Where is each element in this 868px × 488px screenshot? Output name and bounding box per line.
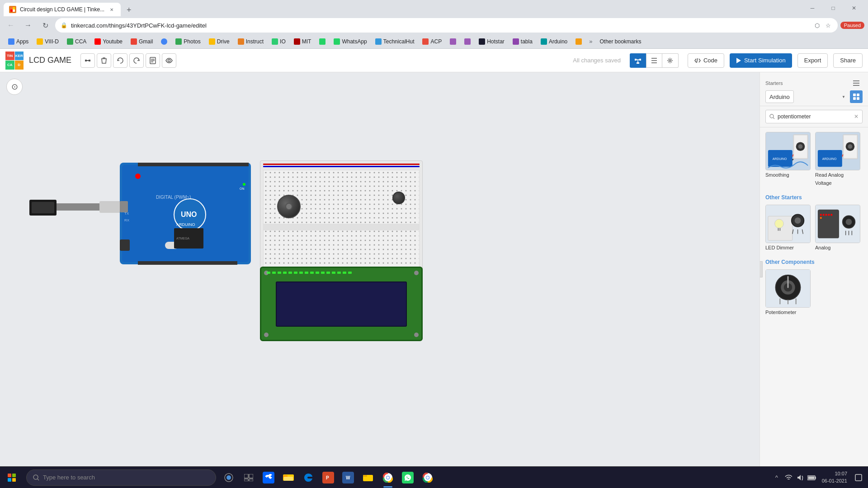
close-button[interactable]: ✕ [844,0,864,16]
canvas-area[interactable]: ⊙ [0,72,760,466]
list-view-btn[interactable] [646,53,662,68]
taskbar-search[interactable]: Type here to search [26,469,216,486]
tb-dropbox[interactable] [259,467,278,488]
tb-fileexplorer[interactable] [358,467,378,488]
tb-whatsapp[interactable] [398,467,418,488]
notes-button[interactable] [146,53,160,68]
bm-apps[interactable]: Apps [5,38,32,46]
notification-center-button[interactable] [853,472,864,483]
panel-list-icon[interactable] [850,77,863,89]
star-favicon [576,38,582,45]
bm-mit[interactable]: MIT [290,38,315,46]
smoothing-label: Smoothing [765,172,789,178]
new-tab-button[interactable]: + [123,4,135,16]
back-button[interactable]: ← [4,18,18,33]
tray-volume-icon[interactable] [796,473,805,482]
search-clear-button[interactable]: ✕ [854,113,859,120]
analog-card[interactable]: Analog [815,205,860,251]
bm-technicalhut[interactable]: TechnicalHut [372,38,418,46]
bm-misc2[interactable] [461,38,474,46]
tray-time[interactable]: 10:07 06-01-2021 [819,470,850,484]
bm-arduino[interactable]: Arduino [537,38,571,46]
potentiometer-card-image [765,269,811,308]
edge-icon [302,472,314,483]
export-button[interactable]: Export [797,53,828,68]
bm-star[interactable] [572,38,585,46]
svg-rect-34 [120,201,128,212]
bm-google[interactable] [157,38,171,46]
svg-rect-83 [820,214,822,216]
bookmark-star-icon[interactable]: ☆ [824,21,832,29]
led-dimmer-svg [766,205,810,243]
tb-chrome-red[interactable] [418,467,438,488]
share-button[interactable]: Share [833,53,863,68]
arduino-favicon [541,38,547,45]
bm-viiid[interactable]: VIII-D [33,38,62,46]
tray-up-arrow[interactable]: ^ [772,473,781,482]
tinkercad-logo[interactable]: TIN KER CA D [5,52,24,70]
bm-cca[interactable]: CCA [63,38,90,46]
panel-scroll[interactable]: ARDUINO [760,127,868,466]
tb-chrome[interactable] [378,467,398,488]
tb-word[interactable]: W [338,467,358,488]
delete-button[interactable] [97,53,111,68]
panel-collapse-button[interactable]: › [760,261,763,277]
bm-tabla[interactable]: tabla [509,38,536,46]
browser-tab-active[interactable]: Circuit design LCD GAME | Tinke... ✕ [4,3,121,16]
led-dimmer-card[interactable]: LED Dimmer [765,205,811,251]
bm-acp[interactable]: ACP [419,38,445,46]
bm-misc1[interactable] [446,38,460,46]
restore-button[interactable]: □ [823,0,844,16]
bm-instruct[interactable]: Instruct [234,38,267,46]
tab-close-btn[interactable]: ✕ [108,6,115,13]
tb-powerpoint[interactable]: P [318,467,338,488]
svg-text:RX: RX [124,218,130,222]
taskbar-search-icon [33,474,39,481]
panel-grid-button[interactable] [850,90,863,103]
bm-photos[interactable]: Photos [172,38,204,46]
logo-ker: KER [15,52,24,61]
redo-button[interactable] [129,53,144,68]
smoothing-card[interactable]: ARDUINO [765,132,811,187]
search-input[interactable] [778,113,851,120]
potentiometer-card[interactable]: Potentiometer [765,269,811,316]
tray-network-icon[interactable] [784,473,793,482]
bm-youtube[interactable]: Youtube [91,38,126,46]
undo-button[interactable] [113,53,127,68]
bm-other-bookmarks[interactable]: Other bookmarks [596,38,645,46]
tb-explorer[interactable] [278,467,298,488]
simulate-button[interactable]: Start Simulation [730,53,792,68]
route-button[interactable] [80,53,95,68]
bm-drive[interactable]: Drive [205,38,233,46]
task-view-button[interactable] [239,467,259,488]
settings-view-btn[interactable] [662,53,679,68]
bm-io[interactable]: IO [268,38,289,46]
cast-icon[interactable]: ⬡ [813,21,821,29]
bm-gmail[interactable]: Gmail [127,38,156,46]
bookmarks-more-button[interactable]: » [586,37,595,46]
reload-button[interactable]: ↻ [38,18,52,33]
profile-paused-badge[interactable]: Paused [840,22,864,29]
tab-title: Circuit design LCD GAME | Tinke... [20,6,104,13]
address-bar[interactable]: 🔒 tinkercad.com/things/43YDrtPCwFK-lcd-g… [55,18,838,33]
rav-card[interactable]: ARDUINO [815,132,860,187]
schematic-view-btn[interactable] [630,53,646,68]
forward-button[interactable]: → [21,18,35,33]
visibility-button[interactable] [162,53,176,68]
svg-point-122 [387,476,389,479]
bm-whatsapp-icon[interactable] [316,38,329,46]
bm-viiid-label: VIII-D [45,38,59,45]
tray-battery-icon[interactable] [807,473,816,482]
bm-hotstar[interactable]: Hotstar [475,38,508,46]
viiid-favicon [37,38,43,45]
minimize-button[interactable]: ─ [802,0,823,16]
starters-dropdown[interactable]: Arduino [765,90,794,103]
bm-whatsapp[interactable]: WhatsApp [330,38,370,46]
potentiometer-svg [766,269,810,308]
bm-whatsapp-label: WhatsApp [342,38,367,45]
code-button[interactable]: Code [688,53,724,68]
start-button[interactable] [0,467,24,488]
cortana-button[interactable] [219,467,239,488]
hotstar-favicon [479,38,485,45]
tb-edge[interactable] [298,467,318,488]
